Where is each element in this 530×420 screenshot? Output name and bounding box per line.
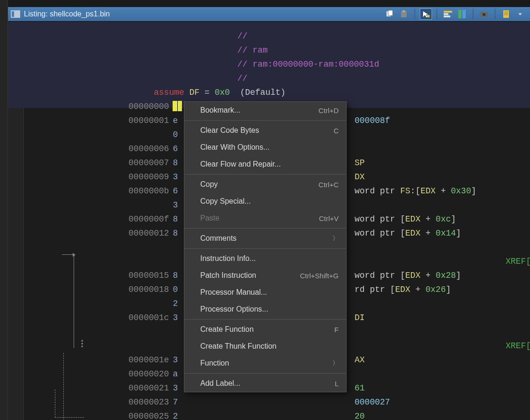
address: 00000009 [129,172,169,182]
toolbar-separator [495,9,495,19]
code-line[interactable]: 0000002370000027 [93,395,530,409]
menu-separator [184,319,346,320]
submenu-arrow-icon: 〉 [333,234,339,243]
svg-rect-16 [504,13,508,14]
address: 00000006 [129,144,169,153]
bytes: 0 [173,130,178,139]
menu-item-create-thunk-function[interactable]: Create Thunk Function [184,338,346,355]
address: 00000000 [129,102,169,111]
toolbar-dropdown[interactable] [514,8,526,20]
svg-rect-14 [503,10,509,18]
listing-icon [11,10,20,18]
svg-rect-6 [444,11,452,13]
menu-item-label: Bookmark... [200,106,318,115]
menu-item-label: Add Label... [200,379,335,388]
menu-item-processor-manual[interactable]: Processor Manual... [184,284,346,301]
menu-item-clear-code-bytes[interactable]: Clear Code BytesC [184,122,346,139]
menu-separator [184,120,346,121]
shortcut-text: F [334,326,339,334]
menu-item-label: Create Function [200,325,334,334]
bytes: 2 [173,299,178,308]
svg-rect-13 [481,11,483,13]
hex-view-button[interactable] [500,8,512,20]
bytes [173,327,178,336]
toggle-fields-button[interactable] [442,8,454,20]
address: 00000018 [129,285,169,294]
menu-item-add-label[interactable]: Add Label...L [184,375,346,392]
xref[interactable]: XREF[1 [506,254,530,268]
menu-separator [184,228,346,229]
svg-rect-7 [444,13,448,15]
menu-item-copy[interactable]: CopyCtrl+C [184,176,346,193]
menu-item-label: Paste [200,214,319,222]
menu-item-label: Copy [200,180,318,189]
menu-item-label: Create Thunk Function [200,342,339,351]
menu-separator [184,248,346,249]
menu-item-clear-with-options[interactable]: Clear With Options... [184,139,346,156]
menu-item-label: Processor Manual... [200,288,339,297]
menu-item-label: Processor Options... [200,305,339,313]
menu-item-function[interactable]: Function〉 [184,355,346,372]
cursor-position [173,101,182,111]
menu-item-label: Clear Flow and Repair... [200,160,339,168]
bytes: 8 [173,158,178,168]
selection-mode-button[interactable] [420,8,432,20]
menu-item-label: Clear With Options... [200,143,339,152]
svg-rect-15 [504,12,508,12]
toolbar-separator [415,9,415,19]
code-line[interactable]: 00000025220 [93,409,530,420]
shortcut-text: Ctrl+C [318,181,339,189]
menu-item-clear-flow-and-repair[interactable]: Clear Flow and Repair... [184,156,346,173]
menu-item-label: Patch Instruction [200,271,300,280]
menu-item-create-function[interactable]: Create FunctionF [184,321,346,338]
shortcut-text: C [333,127,339,135]
menu-item-copy-special[interactable]: Copy Special... [184,193,346,210]
svg-rect-10 [462,10,466,18]
svg-rect-9 [458,10,462,18]
address: 00000025 [129,412,169,420]
svg-rect-17 [504,15,508,15]
submenu-arrow-icon: 〉 [333,359,339,367]
menu-item-comments[interactable]: Comments〉 [184,230,346,247]
svg-rect-3 [402,10,405,12]
bytes: 6 [173,186,178,196]
assume-keyword: assume [154,88,189,97]
toolbar-separator [437,9,437,19]
bytes: 6 [173,144,178,153]
paste-button[interactable] [398,8,410,20]
svg-rect-8 [444,15,450,17]
address: 00000007 [129,158,169,168]
address [129,299,169,308]
bytes: 3 [173,313,178,322]
address [129,200,169,210]
collapsed-flow-icon: ••• [81,340,83,348]
address: 0000000f [129,214,169,224]
menu-item-label: Clear Code Bytes [200,126,333,135]
open-diff-button[interactable] [456,8,468,20]
address [129,130,169,139]
svg-marker-18 [518,13,522,15]
svg-rect-1 [388,10,393,15]
menu-separator [184,373,346,374]
menu-item-label: Comments [200,234,333,243]
bytes: 8 [173,271,178,280]
bytes: 8 [173,229,178,238]
bytes [173,341,178,351]
listing-toolbar [384,8,530,20]
snapshot-button[interactable] [478,8,490,20]
address [129,243,169,252]
menu-item-patch-instruction[interactable]: Patch InstructionCtrl+Shift+G [184,267,346,284]
bytes: 3 [173,200,178,210]
bytes [173,243,178,252]
menu-item-label: Function [200,359,333,367]
xref[interactable]: XREF[1 [506,339,530,353]
menu-item-bookmark[interactable]: Bookmark...Ctrl+D [184,102,346,119]
menu-item-instruction-info[interactable]: Instruction Info... [184,250,346,267]
context-menu: Bookmark...Ctrl+DClear Code BytesCClear … [184,101,347,392]
address: 00000020 [129,369,169,379]
comment-text: // [237,74,248,83]
menu-item-processor-options[interactable]: Processor Options... [184,301,346,318]
address: 00000015 [129,271,169,280]
copy-button[interactable] [384,8,396,20]
shortcut-text: Ctrl+V [319,214,339,222]
